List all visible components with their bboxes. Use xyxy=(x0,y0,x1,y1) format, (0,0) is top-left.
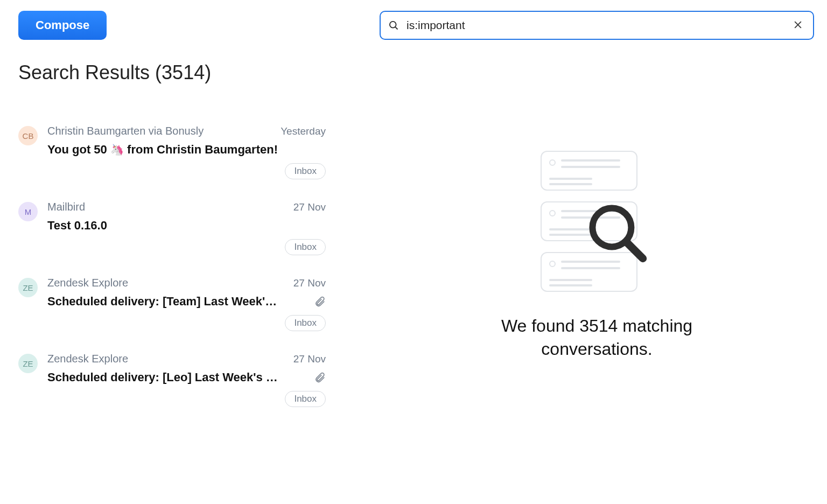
email-subject: Scheduled delivery: [Team] Last Week'… xyxy=(47,295,309,309)
folder-label[interactable]: Inbox xyxy=(285,239,326,255)
svg-point-0 xyxy=(390,22,396,28)
email-date: 27 Nov xyxy=(293,277,326,289)
clear-search-button[interactable] xyxy=(790,17,805,34)
emoji-icon: 🦄 xyxy=(110,144,124,156)
attachment-icon xyxy=(314,372,326,383)
email-item[interactable]: ZEZendesk Explore27 NovScheduled deliver… xyxy=(18,344,326,420)
attachment-icon xyxy=(314,296,326,307)
email-sender: Zendesk Explore xyxy=(47,353,128,365)
search-bar[interactable] xyxy=(380,11,814,40)
email-date: 27 Nov xyxy=(293,201,326,213)
avatar: CB xyxy=(18,126,38,145)
email-item[interactable]: MMailbird27 NovTest 0.16.0Inbox xyxy=(18,192,326,268)
email-subject: You got 50 🦄 from Christin Baumgarten! xyxy=(47,143,326,157)
email-sender: Zendesk Explore xyxy=(47,277,128,289)
reading-pane: We found 3514 matching conversations. xyxy=(331,0,827,504)
email-content: Zendesk Explore27 NovScheduled delivery:… xyxy=(47,277,326,331)
email-date: Yesterday xyxy=(281,125,326,137)
email-sender: Christin Baumgarten via Bonusly xyxy=(47,125,204,137)
close-icon xyxy=(793,24,803,32)
email-list: CBChristin Baumgarten via BonuslyYesterd… xyxy=(18,116,326,420)
search-results-heading: Search Results (3514) xyxy=(18,61,326,84)
avatar: ZE xyxy=(18,354,38,373)
email-subject: Test 0.16.0 xyxy=(47,219,326,233)
email-list-panel: Compose Search Results (3514) CBChristin… xyxy=(0,0,331,504)
search-illustration xyxy=(541,151,654,296)
folder-label[interactable]: Inbox xyxy=(285,315,326,331)
magnifier-icon xyxy=(585,200,649,265)
svg-line-5 xyxy=(626,242,642,258)
email-content: Christin Baumgarten via BonuslyYesterday… xyxy=(47,125,326,179)
folder-label[interactable]: Inbox xyxy=(285,163,326,179)
avatar: M xyxy=(18,202,38,221)
svg-line-1 xyxy=(395,27,397,29)
email-item[interactable]: ZEZendesk Explore27 NovScheduled deliver… xyxy=(18,268,326,344)
email-item[interactable]: CBChristin Baumgarten via BonuslyYesterd… xyxy=(18,116,326,192)
email-sender: Mailbird xyxy=(47,201,85,213)
email-subject: Scheduled delivery: [Leo] Last Week's … xyxy=(47,370,309,384)
email-content: Mailbird27 NovTest 0.16.0Inbox xyxy=(47,201,326,255)
pane-message: We found 3514 matching conversations. xyxy=(468,314,726,361)
email-content: Zendesk Explore27 NovScheduled delivery:… xyxy=(47,353,326,407)
search-icon xyxy=(388,20,399,31)
folder-label[interactable]: Inbox xyxy=(285,391,326,407)
email-date: 27 Nov xyxy=(293,353,326,365)
compose-button[interactable]: Compose xyxy=(18,11,107,40)
avatar: ZE xyxy=(18,278,38,297)
pane-content: We found 3514 matching conversations. xyxy=(380,40,814,504)
search-input[interactable] xyxy=(407,19,790,32)
